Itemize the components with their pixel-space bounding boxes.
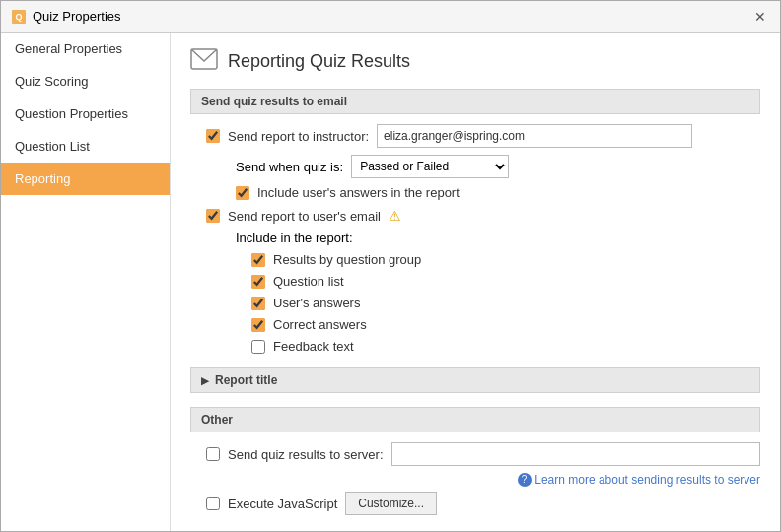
send-instructor-row: Send report to instructor: bbox=[206, 124, 760, 148]
results-by-group-label: Results by question group bbox=[273, 252, 421, 267]
main-panel: Reporting Quiz Results Send quiz results… bbox=[171, 33, 780, 531]
envelope-icon bbox=[190, 48, 218, 75]
send-when-label: Send when quiz is: bbox=[236, 160, 343, 174]
send-when-row: Send when quiz is: Passed or Failed Pass… bbox=[206, 155, 760, 178]
chevron-right-icon: ▶ bbox=[201, 375, 209, 386]
customize-button[interactable]: Customize... bbox=[345, 492, 437, 515]
feedback-text-checkbox[interactable] bbox=[251, 340, 265, 354]
sidebar: General Properties Quiz Scoring Question… bbox=[1, 33, 171, 531]
sidebar-item-scoring[interactable]: Quiz Scoring bbox=[1, 65, 170, 98]
warning-icon: ⚠ bbox=[389, 208, 401, 224]
other-section-label: Other bbox=[201, 413, 233, 427]
titlebar: Q Quiz Properties ✕ bbox=[1, 1, 780, 33]
sidebar-item-question-props[interactable]: Question Properties bbox=[1, 98, 170, 130]
question-list-label: Question list bbox=[273, 274, 344, 289]
instructor-email-input[interactable] bbox=[377, 124, 692, 148]
execute-js-checkbox[interactable] bbox=[206, 497, 220, 510]
feedback-text-row: Feedback text bbox=[206, 339, 760, 354]
page-title: Reporting Quiz Results bbox=[228, 51, 410, 72]
send-instructor-checkbox[interactable] bbox=[206, 129, 220, 143]
titlebar-left: Q Quiz Properties bbox=[11, 9, 121, 25]
learn-more-row: ? Learn more about sending results to se… bbox=[206, 473, 760, 488]
correct-answers-checkbox[interactable] bbox=[251, 318, 265, 332]
send-server-row: Send quiz results to server: bbox=[206, 442, 760, 466]
send-user-email-row: Send report to user's email ⚠ bbox=[206, 208, 760, 224]
dialog-title: Quiz Properties bbox=[33, 9, 121, 24]
dialog: Q Quiz Properties ✕ General Properties Q… bbox=[0, 0, 781, 532]
send-user-email-group: Send report to user's email ⚠ Include in… bbox=[190, 208, 760, 354]
results-by-group-row: Results by question group bbox=[206, 252, 760, 267]
sidebar-item-question-list[interactable]: Question List bbox=[1, 130, 170, 163]
other-section: Other Send quiz results to server: ? Lea… bbox=[190, 407, 760, 515]
users-answers-checkbox[interactable] bbox=[251, 297, 265, 310]
send-when-select[interactable]: Passed or Failed Passed Failed Always bbox=[351, 155, 509, 178]
other-group: Send quiz results to server: ? Learn mor… bbox=[190, 442, 760, 515]
question-list-checkbox[interactable] bbox=[251, 275, 265, 289]
report-title-section-bar[interactable]: ▶ Report title bbox=[190, 367, 760, 393]
report-title-label: Report title bbox=[215, 373, 277, 387]
learn-more-link[interactable]: Learn more about sending results to serv… bbox=[534, 473, 760, 488]
sidebar-item-general[interactable]: General Properties bbox=[1, 33, 170, 65]
svg-text:Q: Q bbox=[15, 12, 22, 22]
question-list-row: Question list bbox=[206, 274, 760, 289]
execute-js-row: Execute JavaScript Customize... bbox=[206, 492, 760, 515]
other-section-bar: Other bbox=[190, 407, 760, 432]
info-icon[interactable]: ? bbox=[518, 473, 532, 487]
send-server-label: Send quiz results to server: bbox=[228, 447, 384, 462]
send-server-checkbox[interactable] bbox=[206, 447, 220, 461]
email-section-label: Send quiz results to email bbox=[201, 95, 347, 108]
page-header: Reporting Quiz Results bbox=[190, 48, 760, 75]
include-answers-checkbox[interactable] bbox=[236, 186, 249, 200]
sidebar-item-reporting[interactable]: Reporting bbox=[1, 163, 170, 195]
include-answers-row: Include user's answers in the report bbox=[206, 185, 760, 200]
correct-answers-row: Correct answers bbox=[206, 317, 760, 332]
include-answers-label: Include user's answers in the report bbox=[257, 185, 460, 200]
close-button[interactable]: ✕ bbox=[750, 7, 770, 27]
send-user-email-label: Send report to user's email bbox=[228, 209, 381, 224]
execute-js-label: Execute JavaScript bbox=[228, 497, 337, 511]
send-instructor-group: Send report to instructor: Send when qui… bbox=[190, 124, 760, 200]
email-section: Send quiz results to email Send report t… bbox=[190, 89, 760, 354]
users-answers-label: User's answers bbox=[273, 296, 360, 310]
include-report-header-row: Include in the report: bbox=[206, 231, 760, 245]
email-section-bar: Send quiz results to email bbox=[190, 89, 760, 114]
server-url-input[interactable] bbox=[391, 442, 760, 466]
quiz-icon: Q bbox=[11, 9, 27, 25]
include-report-label: Include in the report: bbox=[236, 231, 353, 245]
send-instructor-label: Send report to instructor: bbox=[228, 129, 369, 144]
users-answers-row: User's answers bbox=[206, 296, 760, 310]
correct-answers-label: Correct answers bbox=[273, 317, 367, 332]
content-area: General Properties Quiz Scoring Question… bbox=[1, 33, 780, 531]
results-by-group-checkbox[interactable] bbox=[251, 253, 265, 267]
feedback-text-label: Feedback text bbox=[273, 339, 354, 354]
send-user-email-checkbox[interactable] bbox=[206, 209, 220, 223]
